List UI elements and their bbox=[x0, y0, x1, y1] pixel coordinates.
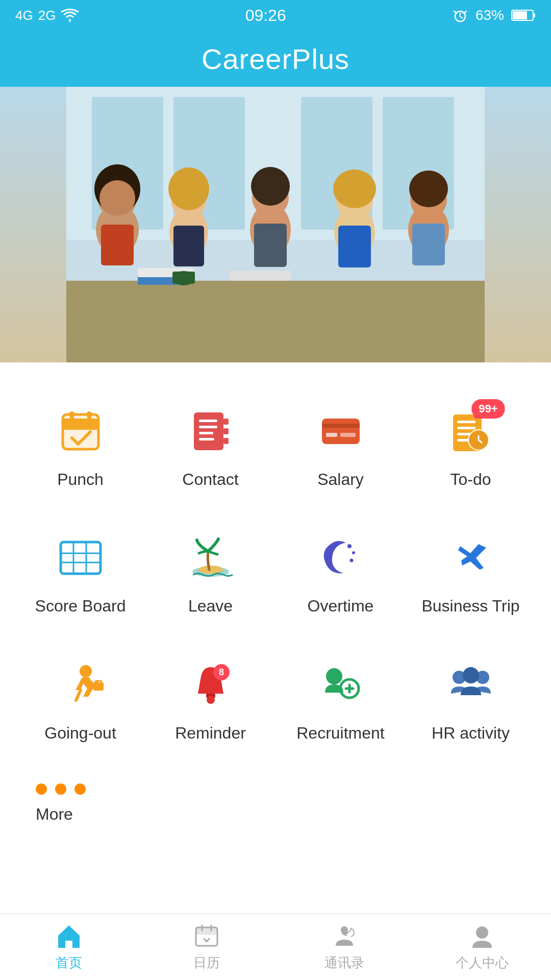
battery-info: 63% bbox=[452, 7, 536, 23]
svg-rect-51 bbox=[199, 438, 214, 440]
punch-icon bbox=[58, 408, 104, 454]
svg-point-72 bbox=[347, 544, 352, 548]
more-dots bbox=[36, 783, 86, 795]
svg-rect-10 bbox=[66, 281, 485, 362]
calendar-nav-icon bbox=[193, 922, 220, 950]
svg-rect-15 bbox=[101, 225, 134, 265]
salary-item[interactable]: Salary bbox=[276, 383, 406, 509]
status-bar: 4G 2G 09:26 63% bbox=[0, 0, 551, 31]
svg-point-88 bbox=[463, 667, 479, 683]
more-item[interactable]: More bbox=[15, 763, 536, 844]
profile-nav-icon bbox=[468, 922, 496, 950]
contact-icon-wrap bbox=[183, 403, 239, 459]
contact-label: Contact bbox=[182, 470, 238, 489]
reminder-item[interactable]: 8 Reminder bbox=[145, 636, 276, 763]
svg-point-93 bbox=[476, 926, 488, 939]
punch-item[interactable]: Punch bbox=[15, 383, 145, 509]
svg-rect-53 bbox=[322, 424, 360, 428]
todo-item[interactable]: 99+ To-do bbox=[406, 383, 536, 509]
main-content: Punch Contact bbox=[0, 362, 551, 926]
scoreboard-label: Score Board bbox=[35, 596, 126, 616]
signal-icon: 4G bbox=[15, 8, 33, 23]
svg-rect-39 bbox=[63, 419, 98, 430]
hractivity-item[interactable]: HR activity bbox=[406, 636, 536, 763]
goingout-item[interactable]: Going-out bbox=[15, 636, 145, 763]
alarm-icon bbox=[452, 7, 468, 23]
hractivity-icon-wrap bbox=[443, 657, 499, 713]
recruitment-icon-wrap bbox=[313, 657, 369, 713]
overtime-item[interactable]: Overtime bbox=[276, 509, 406, 636]
home-icon bbox=[55, 922, 83, 950]
app-header: CareerPlus bbox=[0, 31, 551, 87]
more-label: More bbox=[36, 805, 73, 824]
recruitment-icon bbox=[318, 662, 364, 708]
bottom-nav: 首页 日历 通讯录 个人中心 bbox=[0, 914, 551, 980]
svg-rect-42 bbox=[70, 415, 74, 423]
nav-contacts-label: 通讯录 bbox=[324, 954, 364, 972]
overtime-label: Overtime bbox=[308, 596, 374, 616]
businesstrip-icon bbox=[448, 535, 494, 581]
hractivity-icon bbox=[448, 662, 494, 708]
svg-rect-54 bbox=[326, 433, 337, 437]
svg-point-74 bbox=[349, 559, 353, 562]
svg-text:8: 8 bbox=[218, 667, 223, 677]
businesstrip-icon-wrap bbox=[443, 530, 499, 586]
nav-calendar-label: 日历 bbox=[193, 954, 220, 972]
svg-point-26 bbox=[333, 169, 376, 208]
dot-3 bbox=[74, 783, 86, 795]
nav-home[interactable]: 首页 bbox=[0, 922, 138, 972]
todo-badge: 99+ bbox=[471, 399, 505, 419]
svg-rect-27 bbox=[338, 226, 371, 267]
svg-rect-46 bbox=[223, 428, 229, 434]
svg-point-79 bbox=[207, 696, 215, 704]
svg-rect-48 bbox=[199, 420, 217, 422]
battery-icon bbox=[511, 9, 536, 22]
svg-rect-19 bbox=[173, 226, 204, 266]
goingout-icon-wrap bbox=[53, 657, 109, 713]
svg-rect-52 bbox=[322, 419, 360, 444]
leave-icon bbox=[188, 535, 234, 581]
signal2-icon: 2G bbox=[38, 8, 56, 23]
banner-svg bbox=[0, 87, 551, 362]
dot-2 bbox=[55, 783, 66, 795]
svg-rect-90 bbox=[196, 927, 217, 935]
leave-icon-wrap bbox=[183, 530, 239, 586]
scoreboard-icon bbox=[58, 535, 104, 581]
svg-rect-65 bbox=[61, 542, 101, 574]
salary-label: Salary bbox=[317, 470, 364, 489]
nav-calendar[interactable]: 日历 bbox=[138, 922, 276, 972]
overtime-icon-wrap bbox=[313, 530, 369, 586]
nav-contacts[interactable]: 通讯录 bbox=[276, 922, 413, 972]
leave-label: Leave bbox=[188, 596, 233, 616]
todo-label: To-do bbox=[450, 470, 491, 489]
signal-info: 4G 2G bbox=[15, 8, 79, 23]
svg-rect-2 bbox=[513, 11, 527, 19]
dot-1 bbox=[36, 783, 47, 795]
svg-rect-45 bbox=[223, 419, 229, 425]
wifi-icon bbox=[61, 8, 79, 22]
salary-icon-wrap bbox=[313, 403, 369, 459]
svg-rect-57 bbox=[457, 421, 475, 423]
todo-icon-wrap: 99+ bbox=[443, 403, 499, 459]
contact-item[interactable]: Contact bbox=[145, 383, 276, 509]
nav-profile[interactable]: 个人中心 bbox=[413, 922, 551, 972]
svg-rect-43 bbox=[87, 415, 91, 423]
leave-item[interactable]: Leave bbox=[145, 509, 276, 636]
overtime-icon bbox=[318, 535, 364, 581]
svg-rect-36 bbox=[172, 272, 195, 284]
battery-percent: 63% bbox=[475, 7, 504, 23]
recruitment-item[interactable]: Recruitment bbox=[276, 636, 406, 763]
svg-point-75 bbox=[80, 665, 92, 677]
time-display: 09:26 bbox=[245, 6, 286, 25]
nav-profile-label: 个人中心 bbox=[456, 954, 509, 972]
app-title: CareerPlus bbox=[202, 42, 349, 76]
nav-home-label: 首页 bbox=[56, 954, 82, 972]
scoreboard-item[interactable]: Score Board bbox=[15, 509, 145, 636]
features-grid: Punch Contact bbox=[15, 383, 536, 763]
businesstrip-label: Business Trip bbox=[421, 596, 519, 616]
reminder-icon-wrap: 8 bbox=[183, 657, 239, 713]
svg-rect-3 bbox=[533, 13, 535, 17]
svg-rect-44 bbox=[194, 412, 223, 450]
businesstrip-item[interactable]: Business Trip bbox=[406, 509, 536, 636]
svg-rect-31 bbox=[412, 224, 445, 265]
